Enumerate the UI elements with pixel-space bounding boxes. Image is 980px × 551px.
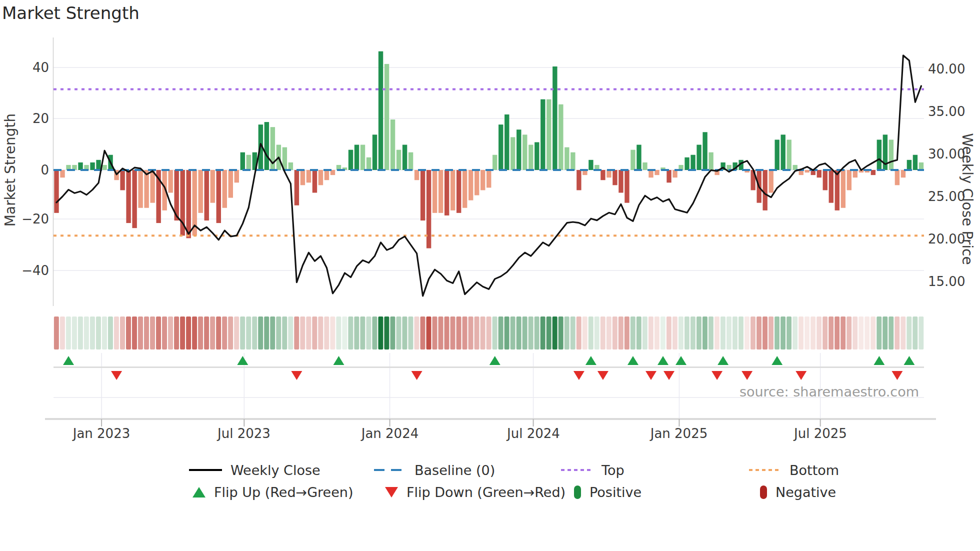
legend-item-bottom: Bottom bbox=[749, 460, 839, 480]
left-axis-tick-neg40: −40 bbox=[13, 262, 49, 278]
legend-item-flip-up: Flip Up (Red→Green) bbox=[192, 482, 354, 502]
legend-label: Top bbox=[602, 462, 624, 478]
legend-item-flip-down: Flip Down (Green→Red) bbox=[385, 482, 566, 502]
legend-item-positive: Positive bbox=[574, 482, 642, 502]
legend-label: Bottom bbox=[790, 462, 839, 478]
x-axis-label-jan2024: Jan 2024 bbox=[345, 426, 435, 441]
legend-item-top: Top bbox=[561, 460, 624, 480]
source-credit: source: sharemaestro.com bbox=[740, 384, 919, 400]
legend-label: Flip Up (Red→Green) bbox=[214, 484, 354, 500]
x-axis-label-jan2025: Jan 2025 bbox=[634, 426, 724, 441]
bottom-dotted-line-icon bbox=[749, 469, 781, 471]
legend-label: Weekly Close bbox=[230, 462, 320, 478]
weekly-close-line-icon bbox=[189, 469, 222, 471]
x-axis-label-jan2023: Jan 2023 bbox=[56, 426, 146, 441]
top-dotted-line-icon bbox=[561, 469, 593, 471]
right-axis-title: Weekly Close Price bbox=[958, 114, 976, 284]
x-axis-label-jul2023: Jul 2023 bbox=[199, 426, 289, 441]
legend-item-weekly-close: Weekly Close bbox=[189, 460, 320, 480]
legend-label: Positive bbox=[590, 484, 642, 500]
legend-label: Baseline (0) bbox=[414, 462, 495, 478]
legend-label: Negative bbox=[776, 484, 836, 500]
left-axis-tick-40: 40 bbox=[13, 60, 49, 76]
legend-item-baseline: Baseline (0) bbox=[374, 460, 495, 480]
baseline-dash-icon bbox=[374, 469, 406, 471]
market-strength-dashboard: Market Strength 40 20 0 −20 −40 Market S… bbox=[0, 0, 980, 551]
flip-up-triangle-icon bbox=[192, 487, 206, 498]
left-axis-title: Market Strength bbox=[2, 90, 18, 250]
positive-marker-icon bbox=[574, 486, 581, 499]
flip-down-triangle-icon bbox=[385, 487, 398, 498]
legend-item-negative: Negative bbox=[760, 482, 836, 502]
x-axis-label-jul2025: Jul 2025 bbox=[776, 426, 866, 441]
legend-label: Flip Down (Green→Red) bbox=[406, 484, 566, 500]
page-title: Market Strength bbox=[2, 3, 140, 23]
x-axis-label-jul2024: Jul 2024 bbox=[488, 426, 578, 441]
negative-marker-icon bbox=[760, 486, 767, 499]
right-axis-tick-40: 40.00 bbox=[928, 61, 965, 77]
